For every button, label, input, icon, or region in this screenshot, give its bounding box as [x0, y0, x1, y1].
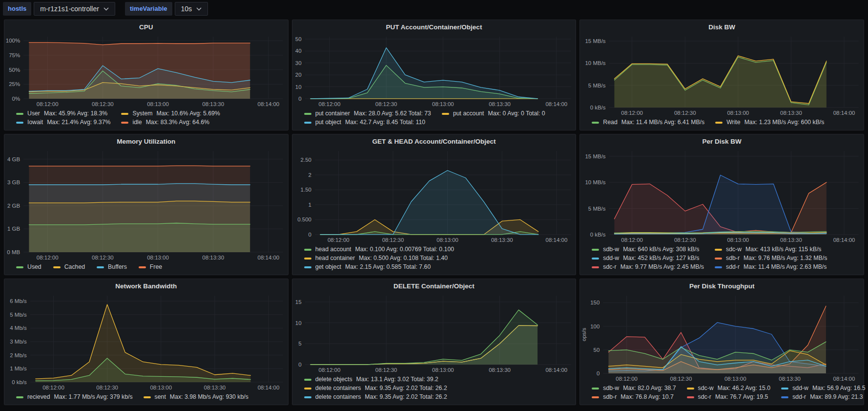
- legend-item[interactable]: Used: [16, 263, 45, 271]
- svg-text:08:12:00: 08:12:00: [616, 376, 638, 382]
- variable-dropdown-hostls[interactable]: m-r1z1s1-controller: [34, 2, 115, 16]
- panel-title[interactable]: Disk BW: [580, 20, 864, 32]
- series-stats: Max: 83.3% Avg: 64.6%: [146, 118, 209, 127]
- svg-text:08:12:00: 08:12:00: [621, 237, 643, 243]
- svg-text:08:12:00: 08:12:00: [37, 255, 59, 260]
- svg-text:10: 10: [295, 84, 301, 90]
- series-color-swatch: [304, 379, 311, 381]
- svg-text:6 Mb/s: 6 Mb/s: [10, 298, 27, 304]
- panel-title[interactable]: PUT Account/Container/Object: [292, 20, 576, 32]
- chart-area: 08:12:0008:12:3008:13:0008:13:3008:14:00…: [292, 32, 576, 109]
- timeseries-chart[interactable]: 08:12:0008:12:3008:13:0008:13:3008:14:00…: [580, 147, 864, 245]
- series-color-swatch: [53, 266, 61, 268]
- legend-item[interactable]: IowaitMax: 21.4% Avg: 9.37%: [16, 118, 110, 127]
- series-stats: Max: 1.23 MB/s Avg: 600 kB/s: [744, 118, 825, 127]
- panel-title[interactable]: GET & HEAD Account/Container/Object: [292, 134, 576, 147]
- legend-item[interactable]: sdc-rMax: 76.7 Avg: 19.5: [687, 393, 771, 401]
- series-label: get object: [315, 263, 341, 271]
- legend-item[interactable]: recievedMax: 1.77 Mb/s Avg: 379 kb/s: [16, 393, 133, 401]
- panel-title[interactable]: DELETE Container/Object: [292, 279, 576, 291]
- variable-dropdown-timevariable[interactable]: 10s: [175, 2, 208, 16]
- legend-item[interactable]: sdb-wMax: 82.0 Avg: 38.7: [592, 384, 676, 392]
- svg-text:0%: 0%: [12, 96, 21, 102]
- legend-item[interactable]: put containerMax: 28.0 Avg: 5.62 Total: …: [304, 109, 431, 118]
- svg-text:15 MB/s: 15 MB/s: [585, 153, 606, 159]
- legend: UsedCachedBuffersFree: [4, 262, 288, 275]
- legend-item[interactable]: sdb-wMax: 640 kB/s Avg: 308 kB/s: [592, 245, 704, 254]
- panel-network: Network Bandwidth 08:12:0008:12:3008:13:…: [4, 279, 289, 405]
- legend-item[interactable]: Buffers: [97, 263, 131, 271]
- svg-text:2: 2: [308, 172, 311, 178]
- legend-item[interactable]: sdc-rMax: 9.77 MB/s Avg: 2.45 MB/s: [592, 263, 704, 271]
- legend-item[interactable]: delete containersMax: 9.35 Avg: 2.02 Tot…: [304, 384, 447, 392]
- series-label: sent: [155, 393, 166, 401]
- series-color-swatch: [687, 396, 694, 398]
- svg-text:10: 10: [295, 320, 301, 326]
- legend-item[interactable]: sdd-wMax: 452 kB/s Avg: 127 kB/s: [592, 254, 704, 262]
- legend-item[interactable]: sdd-rMax: 11.4 MB/s Avg: 2.63 MB/s: [715, 263, 827, 271]
- timeseries-chart[interactable]: 08:12:0008:12:3008:13:0008:13:3008:14:00…: [292, 291, 576, 375]
- series-color-swatch: [592, 249, 599, 251]
- chevron-down-icon: [103, 7, 109, 11]
- svg-text:08:12:30: 08:12:30: [92, 255, 114, 260]
- legend-item[interactable]: SystemMax: 10.6% Avg: 5.69%: [121, 109, 220, 118]
- timeseries-chart[interactable]: 08:12:0008:12:3008:13:0008:13:3008:14:00…: [580, 291, 864, 384]
- legend-item[interactable]: UserMax: 45.9% Avg: 18.3%: [16, 109, 110, 118]
- legend-item[interactable]: sdc-wMax: 413 kB/s Avg: 115 kB/s: [715, 245, 827, 254]
- legend-item[interactable]: head accountMax: 0.100 Avg: 0.00769 Tota…: [304, 245, 454, 254]
- series-label: Iowait: [27, 118, 43, 127]
- svg-text:1.50: 1.50: [300, 187, 311, 193]
- legend-item[interactable]: delete containersMax: 9.35 Avg: 2.02 Tot…: [304, 393, 447, 401]
- series-stats: Max: 0.100 Avg: 0.00769 Total: 0.100: [355, 245, 455, 254]
- panel-title[interactable]: Per Disk Throughput: [580, 279, 864, 291]
- panel-title[interactable]: Memory Utilization: [4, 134, 288, 147]
- legend-item[interactable]: sdd-rMax: 89.9 Avg: 21.3: [781, 393, 865, 401]
- legend-item[interactable]: WriteMax: 1.23 MB/s Avg: 600 kB/s: [715, 118, 824, 127]
- series-label: Used: [27, 263, 41, 271]
- variable-bar: hostls m-r1z1s1-controller timeVariable …: [0, 0, 868, 18]
- legend-item[interactable]: idleMax: 83.3% Avg: 64.6%: [121, 118, 220, 127]
- svg-text:08:12:00: 08:12:00: [42, 385, 64, 390]
- panel-per-disk-bw: Per Disk BW 08:12:0008:12:3008:13:0008:1…: [579, 134, 864, 275]
- svg-text:08:13:30: 08:13:30: [780, 237, 802, 243]
- svg-text:08:12:30: 08:12:30: [674, 237, 696, 243]
- legend-item[interactable]: get objectMax: 2.15 Avg: 0.585 Total: 7.…: [304, 263, 454, 271]
- series-color-swatch: [592, 266, 599, 268]
- series-color-swatch: [304, 396, 311, 398]
- panel-title[interactable]: Network Bandwidth: [4, 279, 288, 291]
- panel-title[interactable]: CPU: [4, 20, 288, 32]
- panel-disk-bw: Disk BW 08:12:0008:12:3008:13:0008:13:30…: [579, 20, 864, 130]
- legend-item[interactable]: Free: [139, 263, 166, 271]
- legend-item[interactable]: put objectMax: 42.7 Avg: 8.45 Total: 110: [304, 118, 431, 127]
- series-stats: Max: 0 Avg: 0 Total: 0: [488, 109, 545, 118]
- chart-area: 08:12:0008:12:3008:13:0008:13:3008:14:00…: [580, 291, 864, 384]
- svg-text:30: 30: [295, 60, 301, 66]
- timeseries-chart[interactable]: 08:12:0008:12:3008:13:0008:13:3008:14:00…: [292, 32, 576, 109]
- legend-item[interactable]: sdc-wMax: 46.2 Avg: 15.0: [687, 384, 771, 392]
- chart-area: 08:12:0008:12:3008:13:0008:13:3008:14:00…: [580, 147, 864, 245]
- svg-text:08:13:00: 08:13:00: [432, 367, 454, 373]
- legend-item[interactable]: head containerMax: 0.500 Avg: 0.108 Tota…: [304, 254, 454, 262]
- series-label: sdb-w: [603, 384, 619, 392]
- legend-item[interactable]: Cached: [53, 263, 89, 271]
- svg-text:08:12:30: 08:12:30: [674, 110, 696, 116]
- dashboard-grid: CPU 08:12:0008:12:3008:13:0008:13:3008:1…: [0, 18, 868, 409]
- svg-text:08:12:30: 08:12:30: [375, 101, 397, 107]
- svg-text:3 Mb/s: 3 Mb/s: [10, 339, 27, 345]
- series-color-swatch: [687, 388, 694, 389]
- svg-text:08:13:00: 08:13:00: [432, 101, 454, 107]
- timeseries-chart[interactable]: 08:12:0008:12:3008:13:0008:13:3008:14:00…: [292, 147, 576, 245]
- timeseries-chart[interactable]: 08:12:0008:12:3008:13:0008:13:3008:14:00…: [4, 147, 288, 262]
- panel-per-disk-throughput: Per Disk Throughput 08:12:0008:12:3008:1…: [579, 279, 864, 405]
- timeseries-chart[interactable]: 08:12:0008:12:3008:13:0008:13:3008:14:00…: [4, 291, 288, 392]
- timeseries-chart[interactable]: 08:12:0008:12:3008:13:0008:13:3008:14:00…: [4, 32, 288, 109]
- legend-item[interactable]: delete objectsMax: 13.1 Avg: 3.02 Total:…: [304, 375, 447, 384]
- legend-item[interactable]: ReadMax: 11.4 MB/s Avg: 6.41 MB/s: [592, 118, 704, 127]
- legend-item[interactable]: sdb-rMax: 9.76 MB/s Avg: 1.32 MB/s: [715, 254, 827, 262]
- panel-title[interactable]: Per Disk BW: [580, 134, 864, 147]
- timeseries-chart[interactable]: 08:12:0008:12:3008:13:0008:13:3008:14:00…: [580, 32, 864, 118]
- legend-item[interactable]: put accountMax: 0 Avg: 0 Total: 0: [442, 109, 545, 118]
- legend-item[interactable]: sdd-wMax: 56.9 Avg: 16.5: [781, 384, 865, 392]
- legend-item[interactable]: sdb-rMax: 76.8 Avg: 10.7: [592, 393, 676, 401]
- legend-item[interactable]: sentMax: 3.98 Mb/s Avg: 930 kb/s: [144, 393, 248, 401]
